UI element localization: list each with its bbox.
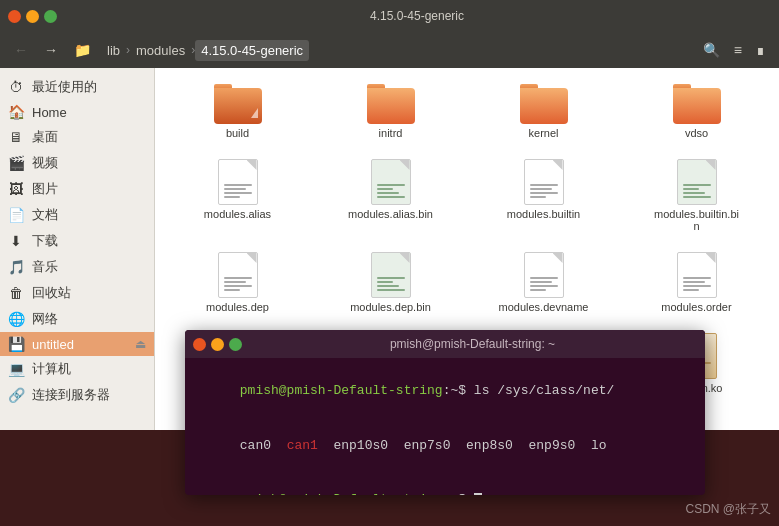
terminal-prompt-3: pmish@pmish-Default-string [240,492,443,495]
sidebar-item-downloads[interactable]: ⬇ 下载 [0,228,154,254]
sidebar-item-videos[interactable]: 🎬 视频 [0,150,154,176]
forward-icon: → [44,42,58,58]
sidebar-item-music[interactable]: 🎵 音乐 [0,254,154,280]
eject-icon[interactable]: ⏏ [135,337,146,351]
desktop-icon: 🖥 [8,129,24,145]
terminal-title-bar: pmish@pmish-Default-string: ~ [185,330,705,358]
videos-icon: 🎬 [8,155,24,171]
sidebar-item-recent[interactable]: ⏱ 最近使用的 [0,74,154,100]
terminal-prompt-1: pmish@pmish-Default-string [240,383,443,398]
terminal-window: pmish@pmish-Default-string: ~ pmish@pmis… [185,330,705,495]
grid-view-icon: ∎ [756,42,765,58]
sidebar-item-server[interactable]: 🔗 连接到服务器 [0,382,154,408]
sidebar-label-pictures: 图片 [32,180,58,198]
file-item-modules-alias-bin[interactable]: modules.alias.bin [318,153,463,238]
file-name-modules-builtin-bin: modules.builtin.bin [652,208,742,232]
file-name-vdso: vdso [685,127,708,139]
drive-icon: 💾 [8,336,24,352]
toolbar-right-buttons: 🔍 ≡ ∎ [697,38,771,62]
file-item-kernel[interactable]: kernel [471,78,616,145]
breadcrumb-lib[interactable]: lib [101,40,126,61]
list-view-button[interactable]: ≡ [728,38,748,62]
terminal-minimize-button[interactable] [211,338,224,351]
terminal-title: pmish@pmish-Default-string: ~ [248,337,697,351]
folder-icon-initrd [367,84,415,124]
folder-icon-vdso [673,84,721,124]
breadcrumb-version[interactable]: 4.15.0-45-generic [195,40,309,61]
location-button[interactable]: 📁 [68,38,97,62]
text-icon-modules-dep-bin [371,252,411,298]
forward-button[interactable]: → [38,38,64,62]
file-item-modules-dep-bin[interactable]: modules.dep.bin [318,246,463,319]
breadcrumb-modules[interactable]: modules [130,40,191,61]
sidebar-item-pictures[interactable]: 🖼 图片 [0,176,154,202]
file-name-modules-order: modules.order [661,301,731,313]
text-icon-modules-alias-bin [371,159,411,205]
sidebar-item-untitled[interactable]: 💾 untitled ⏏ [0,332,154,356]
search-button[interactable]: 🔍 [697,38,726,62]
terminal-maximize-button[interactable] [229,338,242,351]
back-button[interactable]: ← [8,38,34,62]
pictures-icon: 🖼 [8,181,24,197]
close-button[interactable] [8,10,21,23]
sidebar-item-home[interactable]: 🏠 Home [0,100,154,124]
terminal-cursor [474,493,482,495]
server-icon: 🔗 [8,387,24,403]
file-item-modules-order[interactable]: modules.order [624,246,769,319]
search-icon: 🔍 [703,42,720,58]
sidebar-item-trash[interactable]: 🗑 回收站 [0,280,154,306]
terminal-line-2: can0 can1 enp10s0 enp7s0 enp8s0 enp9s0 l… [193,419,697,474]
sidebar-label-trash: 回收站 [32,284,71,302]
sidebar-label-documents: 文档 [32,206,58,224]
terminal-close-button[interactable] [193,338,206,351]
terminal-content[interactable]: pmish@pmish-Default-string:~$ ls /sys/cl… [185,358,705,495]
sidebar-label-downloads: 下载 [32,232,58,250]
file-item-modules-builtin-bin[interactable]: modules.builtin.bin [624,153,769,238]
folder-icon-kernel [520,84,568,124]
file-name-modules-devname: modules.devname [499,301,589,313]
sidebar-item-documents[interactable]: 📄 文档 [0,202,154,228]
file-item-vdso[interactable]: vdso [624,78,769,145]
terminal-line-3: pmish@pmish-Default-string:~$ [193,473,697,495]
file-item-modules-alias[interactable]: modules.alias [165,153,310,238]
text-icon-modules-devname [524,252,564,298]
sidebar-label-computer: 计算机 [32,360,71,378]
window-controls [8,10,57,23]
file-name-modules-alias-bin: modules.alias.bin [348,208,433,220]
home-icon: 🏠 [8,104,24,120]
grid-view-button[interactable]: ∎ [750,38,771,62]
file-name-modules-dep: modules.dep [206,301,269,313]
music-icon: 🎵 [8,259,24,275]
recent-icon: ⏱ [8,79,24,95]
text-icon-modules-dep [218,252,258,298]
watermark: CSDN @张子又 [685,501,771,518]
sidebar-label-network: 网络 [32,310,58,328]
file-name-initrd: initrd [379,127,403,139]
trash-icon: 🗑 [8,285,24,301]
downloads-icon: ⬇ [8,233,24,249]
sidebar-label-videos: 视频 [32,154,58,172]
location-icon: 📁 [74,42,91,58]
file-item-build[interactable]: build [165,78,310,145]
documents-icon: 📄 [8,207,24,223]
sidebar-label-server: 连接到服务器 [32,386,110,404]
sidebar-item-desktop[interactable]: 🖥 桌面 [0,124,154,150]
text-icon-modules-builtin-bin [677,159,717,205]
maximize-button[interactable] [44,10,57,23]
title-bar: 4.15.0-45-generic [0,0,779,32]
minimize-button[interactable] [26,10,39,23]
network-icon: 🌐 [8,311,24,327]
sidebar-label-untitled: untitled [32,337,74,352]
folder-icon-build [214,84,262,124]
file-item-modules-devname[interactable]: modules.devname [471,246,616,319]
file-item-initrd[interactable]: initrd [318,78,463,145]
file-item-modules-dep[interactable]: modules.dep [165,246,310,319]
list-view-icon: ≡ [734,42,742,58]
sidebar: ⏱ 最近使用的 🏠 Home 🖥 桌面 🎬 视频 🖼 图片 📄 文档 [0,68,155,430]
back-icon: ← [14,42,28,58]
file-item-modules-builtin[interactable]: modules.builtin [471,153,616,238]
sidebar-item-computer[interactable]: 💻 计算机 [0,356,154,382]
sidebar-item-network[interactable]: 🌐 网络 [0,306,154,332]
file-name-modules-dep-bin: modules.dep.bin [350,301,431,313]
text-icon-modules-alias [218,159,258,205]
